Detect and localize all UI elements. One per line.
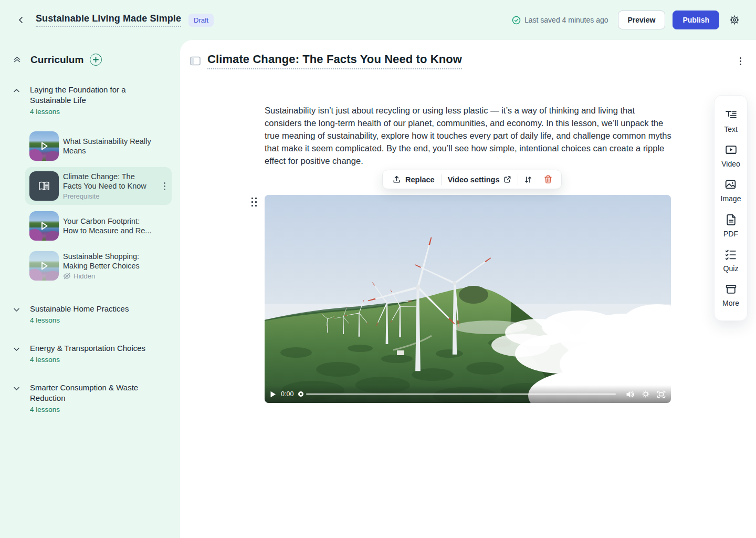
lesson-title: Your Carbon Footprint: How to Measure an… bbox=[63, 216, 153, 235]
video-frame-wind-turbines bbox=[265, 195, 671, 403]
chevron-up-icon[interactable] bbox=[13, 87, 21, 116]
progress-track[interactable] bbox=[306, 394, 616, 395]
play-icon bbox=[29, 211, 59, 241]
section-title: Sustainable Home Practices bbox=[30, 304, 149, 314]
open-book-icon bbox=[37, 179, 51, 193]
add-section-button[interactable] bbox=[90, 54, 102, 66]
delete-block-button[interactable] bbox=[538, 170, 558, 189]
lesson-row-climate-change[interactable]: Climate Change: The Facts You Need to Kn… bbox=[25, 167, 172, 205]
video-settings-button[interactable]: Video settings bbox=[442, 170, 518, 189]
plus-icon bbox=[93, 57, 99, 63]
lesson-editor-canvas: Climate Change: The Facts You Need to Kn… bbox=[180, 40, 756, 538]
reading-lesson-icon-tile bbox=[29, 171, 59, 201]
curriculum-header: Curriculum bbox=[13, 54, 167, 66]
gear-icon bbox=[729, 14, 740, 26]
lesson-title: Climate Change: The Facts You Need to Kn… bbox=[63, 172, 153, 191]
current-time: 0:00 bbox=[281, 390, 293, 398]
quiz-icon bbox=[724, 248, 737, 261]
check-circle-icon bbox=[512, 16, 521, 25]
image-icon bbox=[724, 178, 737, 191]
video-controls-bar: 0:00 bbox=[265, 385, 671, 403]
chevron-down-icon[interactable] bbox=[13, 306, 21, 324]
preview-button[interactable]: Preview bbox=[618, 11, 666, 29]
chevron-down-icon[interactable] bbox=[13, 385, 21, 413]
lesson-page-title[interactable]: Climate Change: The Facts You Need to Kn… bbox=[207, 53, 462, 69]
section-lesson-count: 4 lessons bbox=[30, 406, 149, 413]
section-title: Laying the Foundation for a Sustainable … bbox=[30, 85, 149, 106]
course-title[interactable]: Sustainable Living Made Simple bbox=[36, 13, 181, 27]
last-saved-text: Last saved 4 minutes ago bbox=[524, 16, 608, 24]
curriculum-section[interactable]: Sustainable Home Practices 4 lessons bbox=[13, 304, 167, 324]
play-icon bbox=[29, 131, 59, 161]
lesson-paragraph[interactable]: Sustainability isn’t just about recyclin… bbox=[265, 104, 671, 167]
fullscreen-button[interactable] bbox=[657, 390, 666, 398]
play-button[interactable] bbox=[270, 391, 276, 398]
lesson-subtitle: Prerequisite bbox=[63, 192, 153, 200]
back-button[interactable] bbox=[14, 13, 28, 27]
collapse-all-icon[interactable] bbox=[13, 55, 22, 64]
player-settings-button[interactable] bbox=[642, 390, 650, 398]
publish-button[interactable]: Publish bbox=[673, 11, 719, 29]
external-link-icon bbox=[503, 175, 511, 183]
play-icon bbox=[29, 251, 59, 281]
video-player[interactable]: 0:00 bbox=[265, 195, 671, 403]
lesson-hidden-status: Hidden bbox=[63, 272, 153, 280]
video-block-toolbar: Replace Video settings bbox=[382, 170, 562, 189]
lesson-list: What Sustainability Really Means Climate… bbox=[0, 127, 180, 285]
insert-more-button[interactable]: More bbox=[722, 283, 739, 307]
insert-quiz-button[interactable]: Quiz bbox=[723, 248, 739, 273]
lesson-menu-button[interactable] bbox=[162, 180, 167, 192]
eye-off-icon bbox=[63, 272, 71, 280]
pdf-icon bbox=[724, 213, 738, 226]
section-lesson-count: 4 lessons bbox=[30, 356, 149, 364]
volume-button[interactable] bbox=[626, 390, 635, 398]
trash-icon bbox=[544, 175, 552, 184]
upload-icon bbox=[392, 175, 401, 184]
curriculum-section[interactable]: Laying the Foundation for a Sustainable … bbox=[13, 85, 167, 116]
curriculum-title: Curriculum bbox=[30, 54, 83, 66]
insert-pdf-button[interactable]: PDF bbox=[723, 213, 738, 238]
arrows-up-down-icon bbox=[524, 175, 532, 184]
video-thumbnail bbox=[29, 211, 59, 241]
curriculum-section[interactable]: Smarter Consumption & Waste Reduction 4 … bbox=[13, 382, 167, 413]
insert-text-button[interactable]: Text bbox=[724, 109, 738, 133]
lesson-row-sustainable-shopping[interactable]: Sustainable Shopping: Making Better Choi… bbox=[25, 247, 172, 285]
section-title: Energy & Transportation Choices bbox=[30, 343, 149, 354]
panel-left-icon[interactable] bbox=[190, 56, 201, 66]
section-title: Smarter Consumption & Waste Reduction bbox=[30, 382, 149, 404]
insert-image-button[interactable]: Image bbox=[721, 178, 741, 203]
curriculum-sidebar: Curriculum Laying the Foundation for a S… bbox=[0, 40, 180, 538]
lesson-title: Sustainable Shopping: Making Better Choi… bbox=[63, 252, 153, 271]
lesson-row-what-sustainability[interactable]: What Sustainability Really Means bbox=[25, 127, 172, 165]
more-blocks-icon bbox=[724, 283, 738, 296]
chevron-down-icon[interactable] bbox=[13, 345, 21, 364]
status-badge: Draft bbox=[188, 14, 214, 27]
video-icon bbox=[724, 143, 738, 157]
video-thumbnail bbox=[29, 131, 59, 161]
scrubber-handle[interactable] bbox=[298, 391, 303, 397]
app-header: Sustainable Living Made Simple Draft Las… bbox=[0, 0, 756, 40]
lesson-row-carbon-footprint[interactable]: Your Carbon Footprint: How to Measure an… bbox=[25, 207, 172, 245]
last-saved-status: Last saved 4 minutes ago bbox=[512, 16, 608, 25]
section-lesson-count: 4 lessons bbox=[30, 316, 149, 324]
insert-video-button[interactable]: Video bbox=[721, 143, 740, 168]
lesson-page-menu-button[interactable] bbox=[738, 55, 743, 67]
reorder-block-button[interactable] bbox=[518, 170, 538, 189]
text-icon bbox=[724, 109, 738, 122]
insert-block-toolbar: Text Video Image PDF Quiz More bbox=[714, 95, 748, 321]
section-lesson-count: 4 lessons bbox=[30, 108, 149, 116]
block-drag-handle[interactable] bbox=[251, 198, 257, 206]
curriculum-section[interactable]: Energy & Transportation Choices 4 lesson… bbox=[13, 343, 167, 364]
lesson-title: What Sustainability Really Means bbox=[63, 137, 153, 156]
replace-button[interactable]: Replace bbox=[386, 170, 441, 189]
chevron-left-icon bbox=[17, 16, 25, 24]
settings-button[interactable] bbox=[727, 12, 742, 28]
video-thumbnail-hidden bbox=[29, 251, 59, 281]
